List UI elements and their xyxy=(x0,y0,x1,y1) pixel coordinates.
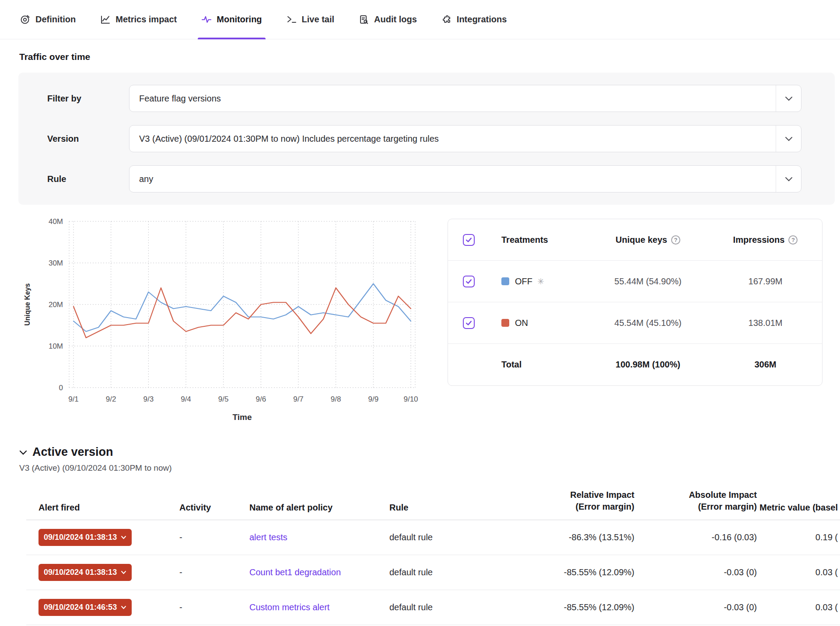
impressions-header: Impressions xyxy=(733,235,785,245)
page-title: Traffic over time xyxy=(19,52,840,62)
col-alert-fired: Alert fired xyxy=(26,503,179,513)
tab-label: Definition xyxy=(35,14,76,24)
svg-text:Time: Time xyxy=(232,413,252,422)
alert-relative-impact: -85.55% (12.09%) xyxy=(508,567,634,577)
svg-text:9/1: 9/1 xyxy=(68,395,79,403)
filter-row-version: Version V3 (Active) (09/01/2024 01:30PM … xyxy=(18,125,835,152)
integrations-icon xyxy=(441,14,452,25)
svg-text:9/7: 9/7 xyxy=(293,395,304,403)
col-relative-impact: Relative Impact(Error margin) xyxy=(508,489,634,513)
alert-policy-link[interactable]: alert tests xyxy=(249,532,287,542)
rule-label: Rule xyxy=(47,174,129,184)
svg-text:10M: 10M xyxy=(49,342,63,350)
treatment-row-on: ON 45.54M (45.10%) 138.01M xyxy=(448,302,822,344)
alert-activity: - xyxy=(179,602,249,612)
alert-absolute-impact: -0.03 (0) xyxy=(634,567,757,577)
treatments-total-row: Total 100.98M (100%) 306M xyxy=(448,344,822,385)
traffic-chart-svg: 010M20M30M40M9/19/29/39/49/59/69/79/89/9… xyxy=(20,217,429,427)
traffic-chart: 010M20M30M40M9/19/29/39/49/59/69/79/89/9… xyxy=(20,217,429,429)
tab-metrics-impact[interactable]: Metrics impact xyxy=(100,0,177,39)
svg-text:0: 0 xyxy=(59,384,63,392)
alert-metric-value: 0.03 ( xyxy=(757,602,838,612)
svg-text:9/4: 9/4 xyxy=(181,395,191,403)
tab-label: Monitoring xyxy=(217,14,262,24)
alert-rule: default rule xyxy=(389,602,508,612)
help-icon[interactable]: ? xyxy=(788,235,798,245)
svg-text:40M: 40M xyxy=(49,217,63,226)
tab-bar: Definition Metrics impact Monitoring Liv… xyxy=(0,0,840,39)
col-absolute-impact: Absolute Impact(Error margin) xyxy=(634,489,757,513)
alert-policy-link[interactable]: Custom metrics alert xyxy=(249,602,329,612)
alert-relative-impact: -86.3% (13.51%) xyxy=(508,532,634,542)
alert-relative-impact: -85.55% (12.09%) xyxy=(508,602,634,612)
off-unique-keys: 55.44M (54.90%) xyxy=(576,276,720,287)
chevron-down-icon xyxy=(776,166,801,192)
treatments-header: Treatments xyxy=(501,235,576,245)
rule-select[interactable]: any xyxy=(129,165,802,192)
filter-by-label: Filter by xyxy=(47,94,129,104)
svg-text:9/10: 9/10 xyxy=(403,395,418,403)
svg-text:9/9: 9/9 xyxy=(368,395,379,403)
tab-definition[interactable]: Definition xyxy=(20,0,76,39)
alert-row: 09/10/2024 01:46:53 - Custom metrics ale… xyxy=(26,590,840,625)
help-icon[interactable]: ? xyxy=(671,235,680,245)
tab-monitoring[interactable]: Monitoring xyxy=(201,0,262,39)
svg-text:9/3: 9/3 xyxy=(144,395,154,403)
total-label: Total xyxy=(501,360,576,370)
filter-row-filter-by: Filter by Feature flag versions xyxy=(18,85,835,112)
treatment-on-checkbox[interactable] xyxy=(463,317,475,329)
treatment-on-label: ON xyxy=(515,318,528,328)
tab-audit-logs[interactable]: Audit logs xyxy=(359,0,417,39)
definition-icon xyxy=(20,14,31,25)
version-select[interactable]: V3 (Active) (09/01/2024 01:30PM to now) … xyxy=(129,125,802,152)
treatment-row-off: OFF✳ 55.44M (54.90%) 167.99M xyxy=(448,261,822,302)
tab-label: Integrations xyxy=(457,14,507,24)
filter-by-value: Feature flag versions xyxy=(139,94,221,104)
alert-policy-link[interactable]: Count bet1 degradation xyxy=(249,567,341,577)
alerts-table: Alert fired Activity Name of alert polic… xyxy=(26,483,840,625)
treatments-panel: Treatments Unique keys? Impressions? OFF… xyxy=(448,219,822,386)
chevron-down-icon xyxy=(776,85,801,112)
tab-integrations[interactable]: Integrations xyxy=(441,0,507,39)
chevron-down-icon xyxy=(121,570,126,574)
treatments-select-all-checkbox[interactable] xyxy=(463,234,475,246)
svg-text:30M: 30M xyxy=(49,259,63,267)
chevron-down-icon xyxy=(776,126,801,152)
on-impressions: 138.01M xyxy=(720,318,811,328)
col-policy: Name of alert policy xyxy=(249,503,389,513)
off-impressions: 167.99M xyxy=(720,276,811,287)
alert-fired-badge[interactable]: 09/10/2024 01:38:13 xyxy=(38,529,132,546)
col-activity: Activity xyxy=(179,503,249,513)
alert-absolute-impact: -0.03 (0) xyxy=(634,602,757,612)
total-impressions: 306M xyxy=(720,360,811,370)
svg-text:9/6: 9/6 xyxy=(256,395,266,403)
svg-text:9/5: 9/5 xyxy=(218,395,229,403)
active-version-title: Active version xyxy=(32,445,113,459)
filter-panel: Filter by Feature flag versions Version … xyxy=(18,73,835,205)
live-tail-icon xyxy=(287,14,297,25)
tab-label: Audit logs xyxy=(374,14,417,24)
alert-rule: default rule xyxy=(389,567,508,577)
alert-metric-value: 0.03 ( xyxy=(757,567,838,577)
chevron-down-icon xyxy=(19,450,27,455)
monitoring-icon xyxy=(201,14,212,25)
chevron-down-icon xyxy=(121,605,126,609)
traffic-content: 010M20M30M40M9/19/29/39/49/59/69/79/89/9… xyxy=(20,217,822,429)
alert-row: 09/10/2024 01:38:13 - alert tests defaul… xyxy=(26,520,840,555)
col-metric-value: Metric value (basel xyxy=(757,503,838,513)
audit-logs-icon xyxy=(359,14,369,25)
active-version-header[interactable]: Active version xyxy=(19,445,840,459)
tab-label: Metrics impact xyxy=(116,14,177,24)
svg-text:9/8: 9/8 xyxy=(331,395,341,403)
tab-live-tail[interactable]: Live tail xyxy=(287,0,334,39)
treatment-off-checkbox[interactable] xyxy=(463,276,475,287)
alert-fired-badge[interactable]: 09/10/2024 01:46:53 xyxy=(38,599,132,616)
svg-text:20M: 20M xyxy=(49,301,63,309)
filter-by-select[interactable]: Feature flag versions xyxy=(129,85,802,112)
alert-metric-value: 0.19 ( xyxy=(757,532,838,542)
alert-rule: default rule xyxy=(389,532,508,542)
alert-fired-badge[interactable]: 09/10/2024 01:38:13 xyxy=(38,564,132,581)
metrics-impact-icon xyxy=(100,14,111,25)
tab-label: Live tail xyxy=(302,14,334,24)
filter-row-rule: Rule any xyxy=(18,165,835,192)
